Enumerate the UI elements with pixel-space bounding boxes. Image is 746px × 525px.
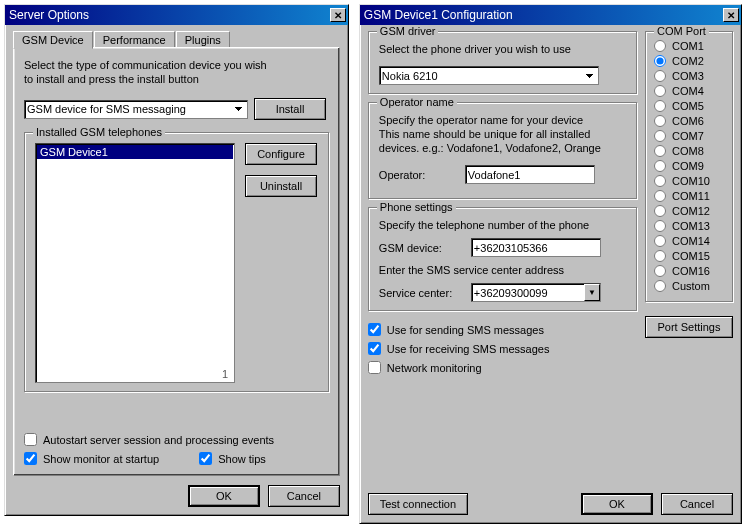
port-settings-button[interactable]: Port Settings: [645, 316, 733, 338]
com-port-radio-com5[interactable]: COM5: [654, 100, 726, 112]
gsm-device-input[interactable]: [471, 238, 601, 257]
phone-text2: Enter the SMS service center address: [379, 263, 626, 277]
tab-performance[interactable]: Performance: [94, 31, 175, 48]
test-connection-button[interactable]: Test connection: [368, 493, 468, 515]
com-port-radio-com11[interactable]: COM11: [654, 190, 726, 202]
window-title: GSM Device1 Configuration: [364, 8, 513, 22]
com-port-radio-com3[interactable]: COM3: [654, 70, 726, 82]
com-port-list: COM1COM2COM3COM4COM5COM6COM7COM8COM9COM1…: [654, 40, 726, 292]
phone-text1: Specify the telephone number of the phon…: [379, 218, 626, 232]
operator-label: Operator:: [379, 168, 459, 182]
com-port-radio-custom[interactable]: Custom: [654, 280, 726, 292]
cancel-button[interactable]: Cancel: [268, 485, 340, 507]
install-button[interactable]: Install: [254, 98, 326, 120]
service-center-label: Service center:: [379, 286, 465, 300]
operator-text: Specify the operator name for your devic…: [379, 113, 626, 155]
installed-group-label: Installed GSM telephones: [33, 126, 165, 138]
operator-input[interactable]: [465, 165, 595, 184]
com-port-radio-com13[interactable]: COM13: [654, 220, 726, 232]
com-port-radio-com12[interactable]: COM12: [654, 205, 726, 217]
com-port-radio-com14[interactable]: COM14: [654, 235, 726, 247]
intro-text: Select the type of communication device …: [24, 58, 329, 86]
network-monitoring-checkbox[interactable]: Network monitoring: [368, 361, 637, 374]
chevron-down-icon[interactable]: ▼: [584, 284, 600, 301]
titlebar[interactable]: GSM Device1 Configuration ✕: [360, 5, 741, 25]
com-port-radio-com1[interactable]: COM1: [654, 40, 726, 52]
driver-text: Select the phone driver you wish to use: [379, 42, 626, 56]
installed-listbox[interactable]: GSM Device1 1: [35, 143, 235, 383]
tab-plugins[interactable]: Plugins: [176, 31, 230, 48]
window-title: Server Options: [9, 8, 89, 22]
server-options-window: Server Options ✕ GSM Device Performance …: [4, 4, 349, 516]
close-icon[interactable]: ✕: [330, 8, 346, 22]
com-port-group-label: COM Port: [654, 25, 709, 37]
com-port-radio-com16[interactable]: COM16: [654, 265, 726, 277]
configure-button[interactable]: Configure: [245, 143, 317, 165]
show-tips-checkbox[interactable]: Show tips: [199, 452, 266, 465]
com-port-radio-com6[interactable]: COM6: [654, 115, 726, 127]
com-port-radio-com10[interactable]: COM10: [654, 175, 726, 187]
com-port-radio-com9[interactable]: COM9: [654, 160, 726, 172]
gsm-driver-group-label: GSM driver: [377, 25, 439, 37]
com-port-radio-com2[interactable]: COM2: [654, 55, 726, 67]
gsm-device-config-window: GSM Device1 Configuration ✕ GSM driver S…: [359, 4, 742, 524]
close-icon[interactable]: ✕: [723, 8, 739, 22]
phone-driver-select[interactable]: Nokia 6210: [379, 66, 599, 85]
list-item[interactable]: GSM Device1: [37, 145, 233, 159]
tab-gsm-device[interactable]: GSM Device: [13, 31, 93, 49]
cancel-button[interactable]: Cancel: [661, 493, 733, 515]
uninstall-button[interactable]: Uninstall: [245, 175, 317, 197]
tabstrip: GSM Device Performance Plugins: [13, 31, 340, 48]
show-monitor-checkbox[interactable]: Show monitor at startup: [24, 452, 159, 465]
phone-settings-group-label: Phone settings: [377, 201, 456, 213]
service-center-input[interactable]: [471, 283, 601, 302]
ok-button[interactable]: OK: [188, 485, 260, 507]
ok-button[interactable]: OK: [581, 493, 653, 515]
com-port-radio-com8[interactable]: COM8: [654, 145, 726, 157]
com-port-radio-com7[interactable]: COM7: [654, 130, 726, 142]
com-port-radio-com4[interactable]: COM4: [654, 85, 726, 97]
gsm-device-label: GSM device:: [379, 241, 465, 255]
page-indicator: 1: [222, 368, 228, 380]
use-sending-checkbox[interactable]: Use for sending SMS messages: [368, 323, 637, 336]
use-receiving-checkbox[interactable]: Use for receiving SMS messages: [368, 342, 637, 355]
operator-group-label: Operator name: [377, 96, 457, 108]
titlebar[interactable]: Server Options ✕: [5, 5, 348, 25]
device-type-select[interactable]: GSM device for SMS messaging: [24, 100, 248, 119]
com-port-radio-com15[interactable]: COM15: [654, 250, 726, 262]
autostart-checkbox[interactable]: Autostart server session and processing …: [24, 433, 329, 446]
